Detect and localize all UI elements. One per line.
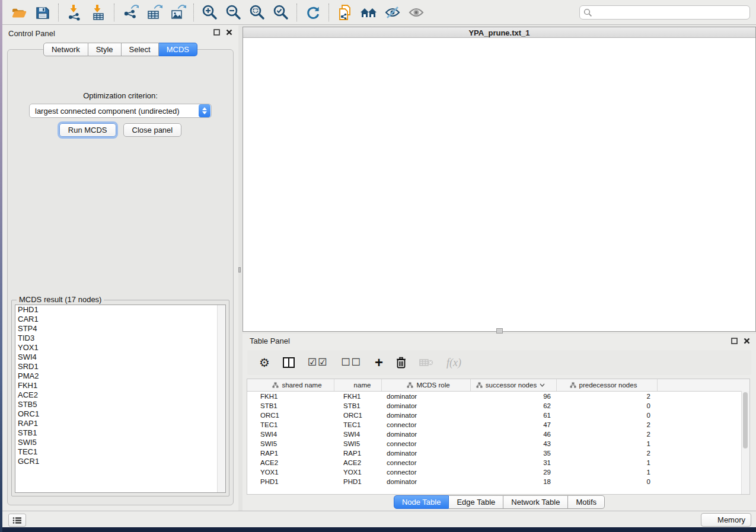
export-image-button[interactable]: [166, 2, 190, 23]
export-image-icon: [170, 4, 186, 21]
import-network-button[interactable]: [63, 2, 87, 23]
export-network-button[interactable]: [119, 2, 142, 23]
mcds-result-list[interactable]: PHD1CAR1STP4TID3YOX1SWI4SRD1PMA2FKH1ACE2…: [15, 305, 226, 493]
table-row[interactable]: SWI5SWI5connector431: [247, 439, 749, 448]
mcds-result-item[interactable]: PHD1: [15, 305, 225, 315]
right-pane: YPA_prune.txt_1 Table Panel: [241, 25, 756, 511]
cell: dominator: [382, 430, 471, 439]
new-network-from-selection-button[interactable]: [333, 2, 357, 23]
export-table-button[interactable]: [142, 2, 166, 23]
table-row[interactable]: ACE2ACE2connector311: [247, 458, 749, 467]
mcds-result-item[interactable]: SWI5: [15, 438, 225, 447]
main-toolbar: [2, 0, 756, 25]
workspace: Control Panel NetworkStyleSelectMCDS Opt…: [2, 25, 756, 511]
search-box[interactable]: [579, 5, 750, 20]
mcds-result-item[interactable]: TEC1: [15, 447, 225, 457]
tab-select[interactable]: Select: [122, 43, 159, 56]
zoom-fit-button[interactable]: [245, 2, 269, 23]
save-icon: [36, 5, 50, 20]
show-columns-icon[interactable]: [283, 357, 295, 368]
run-mcds-button[interactable]: Run MCDS: [59, 123, 116, 137]
show-eye-icon: [408, 5, 425, 20]
show-task-history-button[interactable]: [8, 514, 26, 527]
window-resize-grip[interactable]: [496, 328, 503, 334]
cell: connector: [382, 420, 471, 430]
cell: SWI5: [334, 439, 382, 448]
zoom-in-button[interactable]: [198, 2, 222, 23]
tab-network[interactable]: Network: [43, 43, 88, 56]
cell: 35: [471, 448, 557, 458]
table-row[interactable]: RAP1RAP1dominator352: [247, 448, 749, 458]
first-neighbors-button[interactable]: [357, 2, 381, 23]
save-session-button[interactable]: [31, 2, 55, 23]
add-column-icon[interactable]: +: [375, 357, 383, 368]
mcds-result-item[interactable]: CAR1: [15, 315, 225, 324]
open-file-button[interactable]: [7, 2, 31, 23]
sort-desc-icon: [540, 383, 545, 387]
table-row[interactable]: FKH1FKH1dominator962: [247, 392, 749, 401]
table-row[interactable]: STB1STB1dominator620: [247, 401, 749, 411]
mcds-result-item[interactable]: STP4: [15, 324, 225, 334]
cell: 2: [557, 392, 658, 401]
close-panel-icon[interactable]: [226, 29, 232, 36]
mcds-result-item[interactable]: ORC1: [15, 409, 225, 419]
table-scrollbar-thumb[interactable]: [743, 392, 748, 448]
mcds-result-item[interactable]: STB1: [15, 428, 225, 438]
mcds-result-item[interactable]: ACE2: [15, 390, 225, 400]
close-table-panel-icon[interactable]: [744, 338, 750, 344]
table-row[interactable]: PHD1PHD1dominator180: [247, 477, 749, 486]
table-tab-node-table[interactable]: Node Table: [394, 495, 449, 509]
cell: SWI4: [334, 430, 382, 439]
column-header-MCDS-role[interactable]: MCDS role: [382, 379, 471, 391]
table-tab-edge-table[interactable]: Edge Table: [449, 495, 503, 509]
select-all-checkboxes-icon[interactable]: ☑☑: [308, 357, 328, 368]
optimization-criterion-dropdown[interactable]: largest connected component (undirected): [29, 104, 212, 118]
mcds-result-item[interactable]: SWI4: [15, 352, 225, 362]
zoom-selected-button[interactable]: [269, 2, 293, 23]
table-tab-network-table[interactable]: Network Table: [503, 495, 568, 509]
table-tab-motifs[interactable]: Motifs: [568, 495, 605, 509]
toolbar-separator: [193, 4, 194, 21]
import-table-button[interactable]: [87, 2, 110, 23]
mcds-result-item[interactable]: TID3: [15, 334, 225, 343]
close-panel-button[interactable]: Close panel: [123, 123, 182, 137]
column-header-predecessor-nodes[interactable]: predecessor nodes: [557, 379, 658, 391]
table-row[interactable]: SWI4SWI4dominator462: [247, 430, 749, 439]
table-row[interactable]: TEC1TEC1connector472: [247, 420, 749, 430]
float-panel-icon[interactable]: [213, 29, 220, 36]
mcds-result-item[interactable]: STB5: [15, 400, 225, 409]
zoom-out-icon: [225, 4, 242, 21]
show-all-button[interactable]: [404, 2, 428, 23]
hide-selected-button[interactable]: [381, 2, 404, 23]
refresh-button[interactable]: [301, 2, 325, 23]
delete-column-trash-icon[interactable]: [396, 357, 406, 368]
memory-button[interactable]: Memory: [701, 513, 751, 527]
network-canvas[interactable]: [243, 38, 755, 331]
mcds-result-item[interactable]: RAP1: [15, 419, 225, 428]
column-header-name[interactable]: name: [334, 379, 382, 391]
table-row[interactable]: YOX1YOX1connector291: [247, 467, 749, 477]
mcds-result-item[interactable]: YOX1: [15, 343, 225, 352]
table-scrollbar[interactable]: [741, 391, 749, 494]
mcds-result-item[interactable]: PMA2: [15, 371, 225, 381]
search-input[interactable]: [595, 8, 746, 17]
tab-mcds[interactable]: MCDS: [159, 43, 197, 56]
column-header-successor-nodes[interactable]: successor nodes: [471, 379, 557, 391]
mcds-result-item[interactable]: SRD1: [15, 362, 225, 371]
cell: SWI5: [247, 439, 334, 448]
export-network-icon: [122, 4, 139, 21]
zoom-selected-icon: [273, 4, 289, 21]
list-scrollbar[interactable]: [217, 305, 225, 492]
column-header-shared-name[interactable]: shared name: [247, 379, 334, 391]
zoom-out-button[interactable]: [222, 2, 245, 23]
deselect-all-checkboxes-icon[interactable]: ☐☐: [341, 357, 361, 368]
float-table-panel-icon[interactable]: [731, 338, 738, 344]
mcds-result-item[interactable]: FKH1: [15, 381, 225, 390]
table-row[interactable]: ORC1ORC1dominator610: [247, 411, 749, 420]
mcds-result-item[interactable]: GCR1: [15, 457, 225, 466]
table-settings-gear-icon[interactable]: ⚙: [259, 357, 270, 368]
tab-style[interactable]: Style: [88, 43, 122, 56]
network-window-title: YPA_prune.txt_1: [243, 28, 755, 37]
cell: YOX1: [334, 467, 382, 477]
mcds-result-group: MCDS result (17 nodes) PHD1CAR1STP4TID3Y…: [11, 300, 229, 496]
